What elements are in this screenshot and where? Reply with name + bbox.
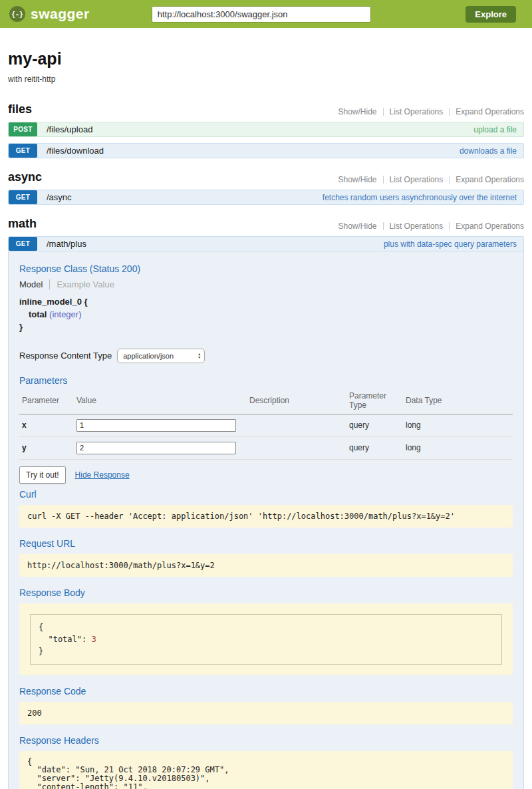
- param-name: y: [19, 436, 74, 459]
- param-type: query: [346, 436, 403, 459]
- top-header-bar: {-} swagger Explore: [0, 0, 532, 28]
- endpoint-row-get-async[interactable]: GET /async fetches random users asynchro…: [8, 190, 524, 205]
- param-value-input-y[interactable]: [76, 442, 236, 454]
- list-operations-link[interactable]: List Operations: [390, 107, 444, 116]
- divider: [383, 176, 384, 184]
- spec-url-input[interactable]: [152, 6, 371, 23]
- method-badge: POST: [9, 122, 37, 136]
- response-class-heading: Response Class (Status 200): [19, 263, 513, 274]
- param-description: [247, 414, 346, 436]
- col-header-data-type: Data Type: [403, 389, 513, 414]
- method-badge: GET: [9, 237, 37, 251]
- param-type: query: [346, 414, 403, 436]
- list-operations-link[interactable]: List Operations: [390, 175, 444, 184]
- endpoint-summary[interactable]: plus with data-spec query parameters: [384, 239, 517, 249]
- model-signature: inline_model_0 { total (integer) }: [19, 296, 513, 334]
- response-content-type-label: Response Content Type: [19, 351, 112, 361]
- explore-button[interactable]: Explore: [466, 6, 516, 23]
- select-spinner-icon: ▴▾: [198, 353, 200, 359]
- section-title-math[interactable]: math: [8, 217, 37, 231]
- show-hide-link[interactable]: Show/Hide: [338, 107, 377, 116]
- tab-model[interactable]: Model: [19, 279, 49, 289]
- section-math: math Show/Hide List Operations Expand Op…: [8, 217, 524, 789]
- show-hide-link[interactable]: Show/Hide: [338, 222, 377, 231]
- endpoint-row-get-files-download[interactable]: GET /files/download downloads a file: [8, 143, 524, 158]
- expand-operations-link[interactable]: Expand Operations: [456, 222, 524, 231]
- curl-command: curl -X GET --header 'Accept: applicatio…: [19, 505, 513, 528]
- tab-example-value[interactable]: Example Value: [50, 279, 114, 289]
- model-property-type: (integer): [49, 309, 81, 319]
- response-code-heading: Response Code: [19, 686, 513, 697]
- param-row-y: y query long: [19, 436, 513, 459]
- param-description: [247, 436, 346, 459]
- endpoint-path[interactable]: /math/plus: [47, 239, 86, 249]
- expand-operations-link[interactable]: Expand Operations: [456, 175, 524, 184]
- page-title: my-api: [8, 49, 524, 69]
- endpoint-summary[interactable]: downloads a file: [460, 146, 517, 156]
- endpoint-summary[interactable]: upload a file: [473, 125, 517, 134]
- endpoint-summary[interactable]: fetches random users asynchronously over…: [323, 193, 517, 202]
- try-it-out-button[interactable]: Try it out!: [19, 466, 66, 484]
- endpoint-path[interactable]: /async: [47, 192, 72, 202]
- request-url-value: http://localhost:3000/math/plus?x=1&y=2: [19, 554, 513, 577]
- parameters-heading: Parameters: [19, 375, 513, 386]
- list-operations-link[interactable]: List Operations: [390, 222, 444, 231]
- param-name: x: [19, 414, 74, 436]
- swagger-logo[interactable]: {-} swagger: [9, 6, 90, 22]
- parameters-table: Parameter Value Description Parameter Ty…: [19, 389, 513, 460]
- divider: [449, 222, 450, 230]
- section-title-async[interactable]: async: [8, 170, 42, 184]
- expand-operations-link[interactable]: Expand Operations: [456, 107, 524, 116]
- brand-title: swagger: [31, 6, 90, 22]
- response-body-json: { "total": 3}: [30, 614, 502, 665]
- endpoint-row-get-math-plus[interactable]: GET /math/plus plus with data-spec query…: [8, 236, 524, 251]
- method-badge: GET: [9, 144, 37, 158]
- curl-heading: Curl: [19, 489, 513, 500]
- param-data-type: long: [403, 414, 513, 436]
- show-hide-link[interactable]: Show/Hide: [338, 175, 377, 184]
- method-badge: GET: [9, 190, 37, 204]
- param-data-type: long: [403, 436, 513, 459]
- api-description: with reitit-http: [8, 75, 524, 84]
- param-row-x: x query long: [19, 414, 513, 436]
- section-async: async Show/Hide List Operations Expand O…: [8, 170, 524, 205]
- endpoint-row-post-files-upload[interactable]: POST /files/upload upload a file: [8, 122, 524, 137]
- model-property-name: total: [29, 309, 47, 319]
- response-body-box: { "total": 3}: [19, 603, 513, 675]
- response-code-value: 200: [19, 702, 513, 724]
- json-number-value: 3: [91, 635, 96, 644]
- col-header-value: Value: [74, 389, 247, 414]
- response-headers-json: { "date": "Sun, 21 Oct 2018 20:07:29 GMT…: [19, 751, 513, 789]
- divider: [449, 108, 450, 116]
- response-headers-heading: Response Headers: [19, 735, 513, 746]
- divider: [383, 222, 384, 230]
- section-title-files[interactable]: files: [8, 102, 32, 116]
- param-value-input-x[interactable]: [76, 419, 236, 432]
- request-url-heading: Request URL: [19, 538, 513, 549]
- response-content-type-select[interactable]: application/json ▴▾: [117, 349, 205, 363]
- col-header-parameter-type: Parameter Type: [346, 389, 403, 414]
- col-header-description: Description: [247, 389, 346, 414]
- col-header-parameter: Parameter: [19, 389, 74, 414]
- section-files: files Show/Hide List Operations Expand O…: [8, 102, 524, 158]
- response-body-heading: Response Body: [19, 587, 513, 598]
- divider: [383, 108, 384, 116]
- hide-response-link[interactable]: Hide Response: [75, 470, 130, 480]
- endpoint-path[interactable]: /files/upload: [47, 124, 92, 134]
- swagger-braces-icon: {-}: [9, 6, 25, 22]
- divider: [449, 176, 450, 184]
- endpoint-path[interactable]: /files/download: [47, 146, 104, 156]
- operation-detail-panel: Response Class (Status 200) Model Exampl…: [8, 251, 524, 789]
